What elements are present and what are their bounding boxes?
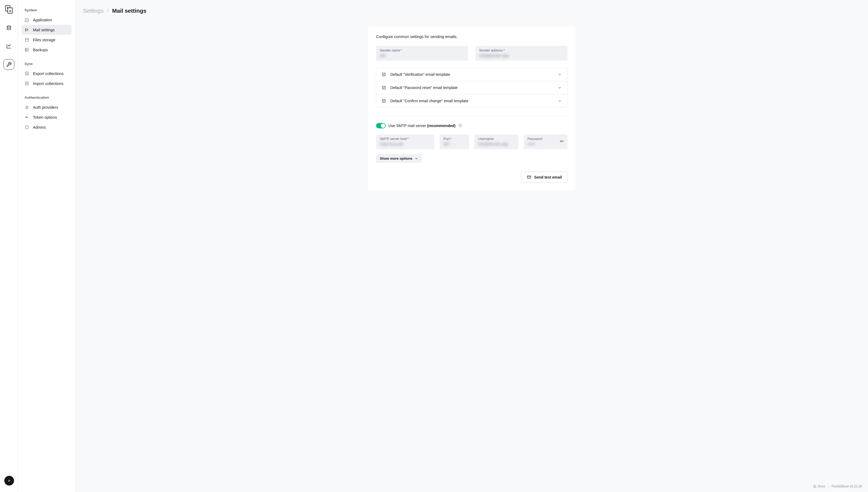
primary-nav-rail: P B [0,0,18,492]
footer-separator: | [828,485,828,488]
template-icon [382,72,386,77]
smtp-username-field[interactable]: Username info@domain.app [474,134,518,149]
chevron-down-icon [557,99,562,103]
breadcrumb: Settings / Mail settings [76,0,868,14]
smtp-password-field[interactable]: Password •••••• [524,134,568,149]
field-label: SMTP server host [380,137,407,141]
sidebar-item-label: Mail settings [33,28,55,32]
sidebar-group-system: System [22,6,72,15]
book-icon [813,485,817,488]
info-icon[interactable] [458,124,462,128]
field-label: Port [443,137,450,141]
sidebar-group-authentication: Authentication [22,93,72,102]
template-label: Default "Confirm email change" email tem… [390,99,553,103]
field-value: •••••• [528,142,564,147]
field-value: info [380,53,465,58]
sidebar-item-label: Token options [33,115,57,120]
svg-point-21 [560,141,562,142]
sidebar-item-label: Auth providers [33,105,58,109]
button-label: Show more options [380,156,413,161]
sidebar-item-token-options[interactable]: Token options [22,112,72,122]
docs-link[interactable]: Docs [813,485,825,488]
sidebar-item-auth-providers[interactable]: Auth providers [22,102,72,112]
svg-text:P: P [7,6,8,9]
template-password-reset[interactable]: Default "Password reset" email template [376,81,567,94]
sidebar-item-label: Application [33,18,52,22]
sidebar-group-sync: Sync [22,59,72,69]
sidebar-item-backups[interactable]: Backups [22,45,72,55]
smtp-port-field[interactable]: Port* 587 [440,134,469,149]
field-value: info@domain.app [479,53,564,58]
sidebar-item-admins[interactable]: Admins [22,122,72,132]
sidebar-item-label: Export collections [33,72,64,76]
mail-settings-card: Configure common settings for sending em… [368,26,576,191]
template-verification[interactable]: Default "Verification" email template [376,68,567,81]
breadcrumb-current: Mail settings [112,7,146,14]
field-value: info@domain.app [478,142,515,147]
smtp-toggle[interactable] [376,123,386,128]
settings-sidebar: System Application Mail settings Files s… [18,0,76,492]
sidebar-item-label: Import collections [33,81,64,86]
chevron-down-icon [415,157,418,160]
app-version: PocketBase v0.22.26 [832,485,862,488]
required-asterisk: * [407,137,408,141]
sidebar-item-application[interactable]: Application [22,15,72,25]
sidebar-item-mail-settings[interactable]: Mail settings [22,25,72,35]
svg-point-4 [7,26,10,27]
field-value: 587 [443,142,465,147]
template-label: Default "Password reset" email template [390,85,553,90]
send-test-email-button[interactable]: Send test email [521,172,568,182]
template-icon [382,99,386,103]
field-label: Sender name [380,49,400,52]
breadcrumb-parent[interactable]: Settings [83,7,104,14]
sender-address-field[interactable]: Sender address* info@domain.app [475,46,568,61]
nav-settings-icon[interactable] [3,59,14,70]
svg-rect-13 [26,107,28,109]
required-asterisk: * [503,49,505,52]
template-confirm-email-change[interactable]: Default "Confirm email change" email tem… [376,94,567,107]
sidebar-item-label: Files storage [33,38,55,42]
app-logo[interactable]: P B [4,5,14,15]
smtp-host-field[interactable]: SMTP server host* smtp.ionos.de [376,134,434,149]
svg-point-14 [26,117,27,118]
password-reveal-icon[interactable] [560,139,564,145]
sidebar-item-files-storage[interactable]: Files storage [22,35,72,45]
field-label: Username [478,137,494,141]
app-footer: Docs | PocketBase v0.22.26 [813,485,862,488]
field-value: smtp.ionos.de [380,142,430,147]
mail-icon [527,175,531,179]
nav-collections-icon[interactable] [3,22,14,33]
smtp-toggle-row: Use SMTP mail server (recommended) [376,123,568,128]
button-label: Send test email [534,175,562,179]
sidebar-item-label: Admins [33,125,46,129]
section-divider [376,116,568,116]
sidebar-item-label: Backups [33,48,48,52]
svg-rect-8 [25,38,28,41]
svg-point-5 [8,480,9,481]
user-avatar[interactable] [4,476,14,486]
nav-logs-icon[interactable] [3,41,14,51]
card-description: Configure common settings for sending em… [376,34,568,39]
required-asterisk: * [450,137,451,141]
sidebar-item-export-collections[interactable]: Export collections [22,69,72,78]
template-icon [382,85,386,90]
chevron-down-icon [557,85,562,90]
sidebar-item-import-collections[interactable]: Import collections [22,78,72,89]
email-templates-accordion: Default "Verification" email template De… [376,68,568,107]
sender-name-field[interactable]: Sender name* info [376,46,468,61]
template-label: Default "Verification" email template [390,72,553,77]
field-label: Password [528,137,542,141]
smtp-toggle-label: Use SMTP mail server (recommended) [389,124,455,128]
svg-point-20 [460,125,460,125]
required-asterisk: * [401,49,402,52]
chevron-down-icon [557,72,562,77]
show-more-options-button[interactable]: Show more options [376,154,422,163]
svg-text:B: B [9,10,11,13]
breadcrumb-separator: / [107,7,109,14]
svg-point-7 [26,20,27,21]
field-label: Sender address [479,49,503,52]
svg-point-6 [9,480,10,481]
main-content: Settings / Mail settings Configure commo… [76,0,868,492]
